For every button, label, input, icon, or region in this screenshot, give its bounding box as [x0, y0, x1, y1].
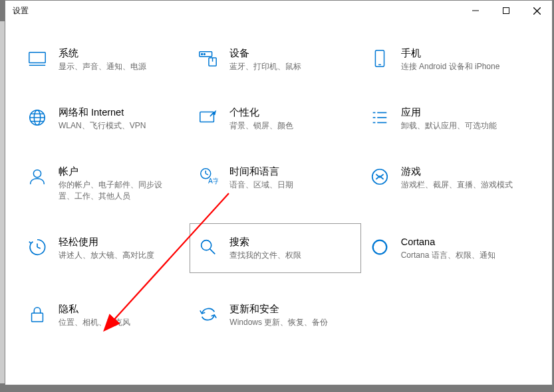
svg-point-26	[33, 170, 41, 177]
window-controls	[460, 1, 552, 21]
tile-subtitle: Windows 更新、恢复、备份	[229, 317, 328, 328]
svg-rect-4	[29, 52, 45, 63]
svg-line-35	[210, 249, 215, 254]
tile-subtitle: 语音、区域、日期	[229, 179, 293, 191]
tile-update-security[interactable]: 更新和安全 Windows 更新、恢复、备份	[190, 298, 360, 332]
tile-title: 手机	[401, 47, 500, 60]
tile-title: 个性化	[229, 106, 293, 119]
titlebar: 设置	[5, 1, 552, 21]
tile-phone[interactable]: 手机 连接 Android 设备和 iPhone	[361, 43, 532, 76]
svg-point-34	[202, 241, 211, 250]
close-icon	[533, 7, 541, 15]
tile-personalization[interactable]: 个性化 背景、锁屏、颜色	[190, 102, 360, 136]
minimize-icon	[472, 7, 479, 14]
minimize-button[interactable]	[460, 1, 491, 21]
tile-title: 帐户	[59, 165, 172, 178]
background-stub	[0, 21, 5, 383]
update-icon	[196, 302, 220, 326]
tile-network[interactable]: 网络和 Internet WLAN、飞行模式、VPN	[19, 102, 190, 136]
tile-subtitle: 蓝牙、打印机、鼠标	[229, 61, 301, 72]
tile-title: 更新和安全	[229, 302, 328, 316]
tile-title: 网络和 Internet	[59, 106, 146, 119]
gaming-icon	[368, 165, 392, 189]
tile-subtitle: 你的帐户、电子邮件、同步设置、工作、其他人员	[59, 179, 172, 202]
maximize-icon	[503, 7, 509, 14]
tile-title: 隐私	[59, 302, 130, 316]
tile-subtitle: 查找我的文件、权限	[229, 250, 301, 261]
tile-subtitle: 背景、锁屏、颜色	[229, 120, 293, 132]
search-icon	[196, 235, 220, 259]
apps-icon	[368, 106, 392, 130]
tile-accounts[interactable]: 帐户 你的帐户、电子邮件、同步设置、工作、其他人员	[19, 161, 190, 206]
tile-title: 搜索	[229, 235, 301, 248]
svg-line-33	[37, 247, 41, 248]
close-button[interactable]	[521, 1, 552, 21]
tile-search[interactable]: 搜索 查找我的文件、权限	[190, 223, 360, 273]
svg-point-7	[202, 54, 203, 55]
window-title: 设置	[13, 6, 29, 15]
svg-rect-37	[32, 313, 43, 322]
tile-subtitle: 卸载、默认应用、可选功能	[401, 120, 497, 132]
svg-rect-1	[503, 8, 509, 14]
tile-subtitle: WLAN、飞行模式、VPN	[59, 120, 146, 132]
tile-cortana[interactable]: Cortana Cortana 语言、权限、通知	[361, 231, 532, 273]
tile-subtitle: 位置、相机、麦克风	[59, 317, 130, 328]
tile-subtitle: 讲述人、放大镜、高对比度	[59, 250, 154, 261]
tile-title: 应用	[401, 106, 497, 119]
maximize-button[interactable]	[491, 1, 521, 21]
svg-line-29	[206, 173, 209, 175]
svg-rect-18	[200, 112, 214, 122]
ease-of-access-icon	[25, 235, 49, 259]
tile-gaming[interactable]: 游戏 游戏栏、截屏、直播、游戏模式	[361, 161, 532, 206]
tile-subtitle: Cortana 语言、权限、通知	[401, 250, 495, 261]
tile-devices[interactable]: 设备 蓝牙、打印机、鼠标	[190, 43, 360, 76]
phone-icon	[368, 47, 392, 70]
svg-point-8	[204, 54, 206, 55]
devices-icon	[196, 47, 220, 70]
svg-text:A字: A字	[208, 177, 218, 185]
tile-title: 轻松使用	[59, 235, 154, 248]
tile-subtitle: 连接 Android 设备和 iPhone	[401, 61, 500, 72]
tile-title: Cortana	[401, 235, 495, 248]
time-language-icon: A字	[196, 165, 220, 189]
settings-grid: 系统 显示、声音、通知、电源 设备 蓝牙、打印机、鼠标 手机	[5, 21, 552, 332]
tile-time-language[interactable]: A字 时间和语言 语音、区域、日期	[190, 161, 360, 206]
system-icon	[25, 47, 49, 70]
tile-privacy[interactable]: 隐私 位置、相机、麦克风	[19, 298, 190, 332]
globe-icon	[25, 106, 49, 130]
settings-window: 设置 系统 显示、声音、通知、	[5, 0, 553, 385]
tile-apps[interactable]: 应用 卸载、默认应用、可选功能	[361, 102, 532, 136]
tile-system[interactable]: 系统 显示、声音、通知、电源	[19, 43, 190, 76]
tile-title: 设备	[229, 47, 301, 60]
person-icon	[25, 165, 49, 189]
tile-subtitle: 游戏栏、截屏、直播、游戏模式	[401, 179, 513, 191]
tile-title: 游戏	[401, 165, 513, 178]
personalization-icon	[196, 106, 220, 130]
svg-point-36	[372, 241, 386, 254]
cortana-icon	[368, 235, 392, 259]
svg-rect-11	[375, 50, 384, 66]
tile-title: 系统	[59, 47, 146, 60]
lock-icon	[25, 302, 49, 326]
tile-subtitle: 显示、声音、通知、电源	[59, 61, 146, 72]
tile-title: 时间和语言	[229, 165, 293, 178]
tile-ease-of-access[interactable]: 轻松使用 讲述人、放大镜、高对比度	[19, 231, 190, 273]
